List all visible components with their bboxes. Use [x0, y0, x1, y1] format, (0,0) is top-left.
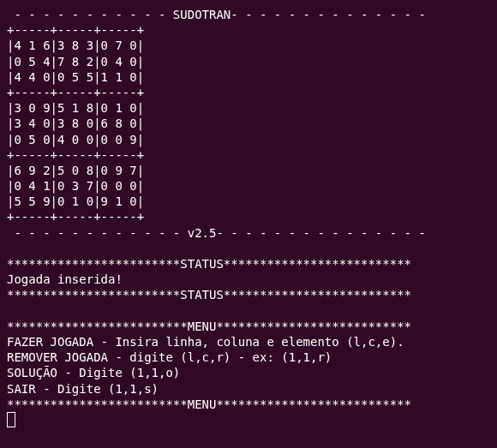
board-row: |4 1 6|3 8 3|0 7 0|	[7, 39, 144, 52]
title-line: - - - - - - - - - - - SUDOTRAN- - - - - …	[7, 8, 433, 21]
menu-divider: *************************MENU***********…	[7, 397, 411, 411]
board-row: +-----+-----+-----+	[7, 148, 144, 162]
board-row: |6 9 2|5 0 8|0 9 7|	[7, 164, 144, 177]
board-row: |3 0 9|5 1 8|0 1 0|	[7, 101, 144, 115]
board-row: |0 5 4|7 8 2|0 4 0|	[7, 55, 144, 69]
status-divider: ************************STATUS**********…	[7, 257, 411, 271]
board-row: |0 5 0|4 0 0|0 0 9|	[7, 133, 144, 146]
board-row: +-----+-----+-----+	[7, 86, 144, 99]
menu-option: FAZER JOGADA - Insira linha, coluna e el…	[7, 335, 404, 349]
status-message: Jogada inserida!	[7, 272, 123, 286]
menu-option: SAIR - Digite (1,1,s)	[7, 382, 159, 396]
board-row: |5 5 9|0 1 0|9 1 0|	[7, 194, 144, 208]
menu-option: REMOVER JOGADA - digite (l,c,r) - ex: (1…	[7, 350, 332, 364]
board-border-top: +-----+-----+-----+	[7, 23, 144, 37]
board-border-bottom: +-----+-----+-----+	[7, 210, 144, 224]
menu-option: SOLUÇÃO - Digite (1,1,o)	[7, 366, 180, 379]
terminal-output: - - - - - - - - - - - SUDOTRAN- - - - - …	[7, 7, 490, 427]
board-row: |4 4 0|0 5 5|1 1 0|	[7, 70, 144, 84]
board-row: |3 4 0|3 8 0|6 8 0|	[7, 116, 144, 130]
version-line: - - - - - - - - - - - - v2.5- - - - - - …	[7, 226, 433, 240]
terminal-cursor[interactable]	[7, 412, 15, 427]
status-divider: ************************STATUS**********…	[7, 288, 411, 302]
menu-divider: *************************MENU***********…	[7, 320, 411, 333]
board-row: |0 4 1|0 3 7|0 0 0|	[7, 179, 144, 193]
